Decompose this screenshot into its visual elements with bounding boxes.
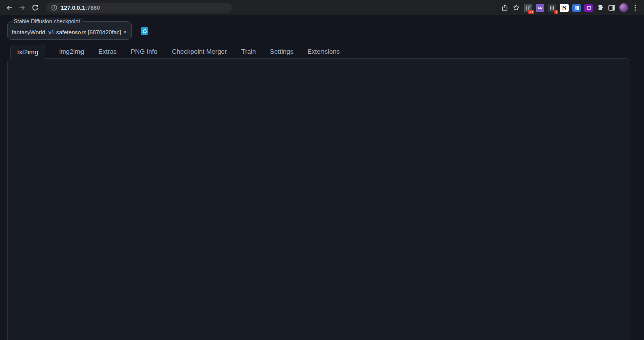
extension-icon-ia[interactable]: IA xyxy=(536,4,544,12)
site-info-icon[interactable] xyxy=(51,5,57,11)
bookmark-star-icon[interactable] xyxy=(512,4,520,12)
extension-icon-notion[interactable]: N xyxy=(560,4,569,12)
share-icon[interactable] xyxy=(501,4,509,12)
browser-toolbar: 127.0.0.1:7860 21 IA 1 N xyxy=(0,0,644,15)
back-icon[interactable] xyxy=(5,4,13,12)
txt2img-panel xyxy=(7,58,630,340)
checkpoint-label: Stable Diffusion checkpoint xyxy=(12,18,83,25)
tab-train[interactable]: Train xyxy=(241,45,256,58)
ia-label: IA xyxy=(538,6,542,10)
chevron-down-icon: ▾ xyxy=(124,29,126,35)
extension-icon-2[interactable]: 1 xyxy=(548,4,556,12)
extension-icon-4[interactable] xyxy=(584,4,593,12)
side-panel-icon[interactable] xyxy=(608,4,616,12)
url-host: 127.0.0.1 xyxy=(61,5,85,11)
tab-settings[interactable]: Settings xyxy=(270,45,293,58)
tab-extensions[interactable]: Extensions xyxy=(307,45,340,58)
refresh-icon xyxy=(142,29,147,34)
checkpoint-dropdown[interactable]: Stable Diffusion checkpoint fantasyWorld… xyxy=(7,21,132,40)
forward-icon[interactable] xyxy=(18,4,26,12)
tab-png-info[interactable]: PNG Info xyxy=(131,45,157,58)
tab-txt2img[interactable]: txt2img xyxy=(10,45,45,59)
extension-badge: 1 xyxy=(554,10,558,14)
refresh-checkpoint-button[interactable] xyxy=(141,27,148,35)
extension-icon-1[interactable]: 21 xyxy=(524,4,532,12)
tab-img2img[interactable]: img2img xyxy=(59,45,84,58)
extension-badge: 21 xyxy=(528,10,534,14)
extensions-puzzle-icon[interactable] xyxy=(596,4,604,12)
tab-extras[interactable]: Extras xyxy=(98,45,117,58)
reload-icon[interactable] xyxy=(31,4,39,12)
address-bar[interactable]: 127.0.0.1:7860 xyxy=(46,3,232,13)
checkpoint-value: fantasyWorld_v1.safetensors [6870d20fac] xyxy=(12,29,121,35)
notion-label: N xyxy=(562,5,566,11)
url-port: :7860 xyxy=(85,5,100,11)
app-window: 127.0.0.1:7860 21 IA 1 N Stable Diffusio… xyxy=(0,0,644,340)
tab-checkpoint-merger[interactable]: Checkpoint Merger xyxy=(172,45,227,58)
main-tabs: txt2img img2img Extras PNG Info Checkpoi… xyxy=(7,45,340,58)
browser-menu-icon[interactable] xyxy=(632,4,639,12)
extension-icon-3[interactable] xyxy=(572,4,581,12)
profile-avatar[interactable] xyxy=(619,3,628,12)
